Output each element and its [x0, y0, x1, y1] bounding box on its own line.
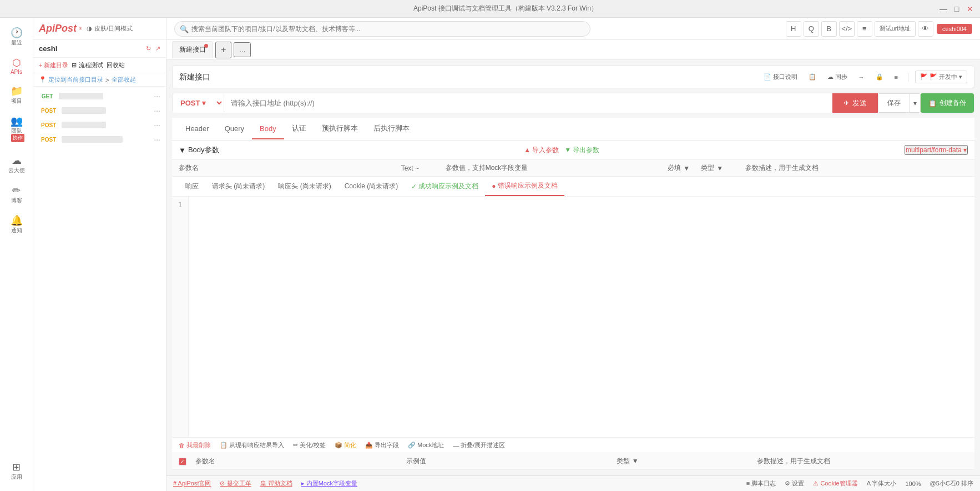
tab-query[interactable]: Query: [217, 119, 252, 139]
sidebar-item-cloud[interactable]: ☁ 云大使: [2, 151, 31, 179]
sidebar-item-team[interactable]: 👥 团队 协作: [2, 112, 31, 149]
tree-item-3[interactable]: POST ···: [33, 132, 166, 147]
align-button[interactable]: ≡: [857, 21, 872, 37]
tree-item-more-2[interactable]: ···: [154, 121, 160, 129]
sync-button[interactable]: ☁ 同步: [824, 71, 851, 83]
tree-item-more-1[interactable]: ···: [154, 106, 160, 115]
save-dropdown-button[interactable]: ▾: [910, 94, 920, 112]
cookie-mgr-link[interactable]: ⚠ Cookie管理器: [813, 479, 857, 488]
url-test-button[interactable]: 测试url地址: [875, 21, 916, 37]
method-post-2: POST: [39, 122, 58, 129]
sidebar-item-recent[interactable]: 🕐 最近: [2, 23, 31, 51]
dev-status-button[interactable]: 🚩 🚩 开发中 ▾: [915, 71, 967, 83]
col-type-header: Text ~: [401, 164, 446, 172]
response-tab-response[interactable]: 响应: [179, 177, 205, 196]
import-from-response-button[interactable]: 📋 从现有响应结果导入: [220, 441, 284, 449]
response-tab-success[interactable]: ✓ 成功响应示例及文档: [405, 177, 485, 196]
q-button[interactable]: Q: [804, 21, 819, 37]
theme-toggle[interactable]: ◑ 皮肤/日间模式: [87, 24, 133, 33]
close-button[interactable]: ✕: [966, 4, 974, 13]
sidebar-item-apps[interactable]: ⊞ 应用: [2, 458, 31, 485]
editor-content[interactable]: [189, 197, 974, 437]
tree-item-2[interactable]: POST ···: [33, 118, 166, 132]
titlebar: ApiPost 接口调试与文档管理工具（构建版本 V3.2.3 For Win）…: [0, 0, 980, 18]
lock-button[interactable]: 🔒: [872, 72, 887, 82]
mock-vars-link[interactable]: ▸ 内置Mock字段变量: [301, 479, 357, 488]
tab-more-button[interactable]: ...: [234, 42, 251, 57]
tab-auth[interactable]: 认证: [284, 118, 314, 140]
response-tab-req-headers[interactable]: 请求头 (尚未请求): [205, 177, 271, 196]
response-tab-cookie[interactable]: Cookie (尚未请求): [338, 177, 405, 196]
nav-toolbar: + 新建目录 ⊞ 流程测试 回收站: [33, 58, 166, 73]
new-dir-button[interactable]: + 新建目录: [39, 61, 68, 69]
h-button[interactable]: H: [786, 21, 801, 37]
save-button[interactable]: 保存: [878, 94, 910, 112]
recent-icon: 🕐: [11, 28, 23, 38]
user-avatar[interactable]: ceshi004: [937, 24, 972, 34]
request-name-input[interactable]: [179, 73, 760, 82]
delete-all-button[interactable]: 🗑 我最削除: [179, 441, 211, 449]
sidebar-item-apis[interactable]: ⬡ APIs: [2, 53, 31, 79]
share-nav-button[interactable]: ↗: [155, 45, 160, 52]
export-fields-button[interactable]: 📤 导出字段: [365, 441, 399, 449]
toggle-desc-button[interactable]: — 折叠/展开描述区: [453, 441, 505, 449]
statusbar: # ApiPost官网 ⊘ 提交工单 皇 帮助文档 ▸ 内置Mock字段变量 ≡…: [166, 475, 980, 491]
sidebar-notify-label: 通知: [11, 227, 22, 234]
b-button[interactable]: B: [821, 21, 837, 37]
sidebar-blog-label: 博客: [11, 197, 22, 204]
doc-button[interactable]: ≡: [891, 72, 901, 82]
flow-test-button[interactable]: ⊞ 流程测试: [72, 61, 103, 69]
breadcrumb-separator: >: [105, 77, 109, 83]
response-tab-res-headers[interactable]: 响应头 (尚未请求): [271, 177, 337, 196]
url-input[interactable]: [224, 94, 832, 112]
sidebar-item-project[interactable]: 📁 项目: [2, 82, 31, 109]
search-input[interactable]: [174, 21, 590, 37]
import-params-button[interactable]: ▲ 导入参数: [524, 146, 559, 155]
export-params-button[interactable]: ▼ 导出参数: [564, 146, 599, 155]
select-all-checkbox[interactable]: [179, 458, 186, 465]
interface-desc-button[interactable]: 📄 接口说明: [760, 71, 801, 83]
collapse-all-link[interactable]: 全部收起: [112, 76, 136, 84]
beautify-button[interactable]: ✏ 美化/校签: [293, 441, 326, 449]
minimize-button[interactable]: —: [939, 4, 948, 13]
code-button[interactable]: </>: [839, 21, 855, 37]
share-button[interactable]: →: [855, 72, 868, 82]
tab-new-interface[interactable]: 新建接口: [172, 41, 213, 58]
line-numbers: 1: [172, 197, 189, 437]
font-size-link[interactable]: A 字体大小: [867, 479, 897, 488]
feedback-link[interactable]: ⊘ 提交工单: [220, 479, 251, 488]
create-backup-button[interactable]: 📋 创建备份: [921, 93, 974, 113]
maximize-button[interactable]: □: [952, 4, 961, 13]
sidebar-item-notify[interactable]: 🔔 通知: [2, 211, 31, 239]
inbox-button[interactable]: 回收站: [107, 61, 125, 69]
log-link[interactable]: ≡ 脚本日志: [746, 479, 776, 488]
tab-body[interactable]: Body: [252, 119, 284, 139]
refresh-button[interactable]: ↻: [146, 45, 151, 52]
body-type-button[interactable]: multipart/form-data ▾: [905, 145, 968, 155]
copy-button[interactable]: 📋: [805, 72, 820, 82]
send-button[interactable]: ✈ 发送: [832, 93, 878, 113]
eye-button[interactable]: 👁: [918, 21, 933, 37]
response-tab-error[interactable]: ● 错误响应示例及文档: [485, 177, 564, 196]
settings-link[interactable]: ⚙ 设置: [785, 479, 804, 488]
toolbar-icons: H Q B </> ≡ 测试url地址 👁: [786, 21, 933, 37]
mock-url-button[interactable]: 🔗 Mock地址: [408, 441, 444, 449]
tab-header[interactable]: Header: [178, 119, 217, 139]
help-doc-link[interactable]: 皇 帮助文档: [260, 479, 292, 488]
sidebar-item-blog[interactable]: ✏ 博客: [2, 181, 31, 209]
method-select[interactable]: POST ▾GETPUTDELETE: [173, 94, 224, 112]
locate-link[interactable]: 📍 定位到当前接口目录: [39, 76, 103, 84]
main-content: 🔍 H Q B </> ≡ 测试url地址 👁 ceshi004 新建接口: [166, 18, 980, 491]
tree-item-0[interactable]: GET ···: [33, 89, 166, 103]
required-chevron: ▼: [683, 164, 690, 172]
website-link[interactable]: # ApiPost官网: [173, 479, 211, 488]
tree-item-1[interactable]: POST ···: [33, 103, 166, 118]
tab-pre-script[interactable]: 预执行脚本: [314, 118, 366, 140]
tree-item-more-0[interactable]: ···: [154, 92, 160, 101]
tree-item-more-3[interactable]: ···: [154, 135, 160, 144]
request-area: 📄 接口说明 📋 ☁ 同步 → 🔒 ≡ 🚩 🚩 开发中: [166, 60, 980, 475]
tab-post-script[interactable]: 后执行脚本: [366, 118, 417, 140]
tab-add-button[interactable]: +: [215, 42, 231, 58]
simplify-button[interactable]: 📦 简化: [335, 441, 356, 449]
rp-desc-header: 参数描述，用于生成文档: [757, 457, 968, 466]
